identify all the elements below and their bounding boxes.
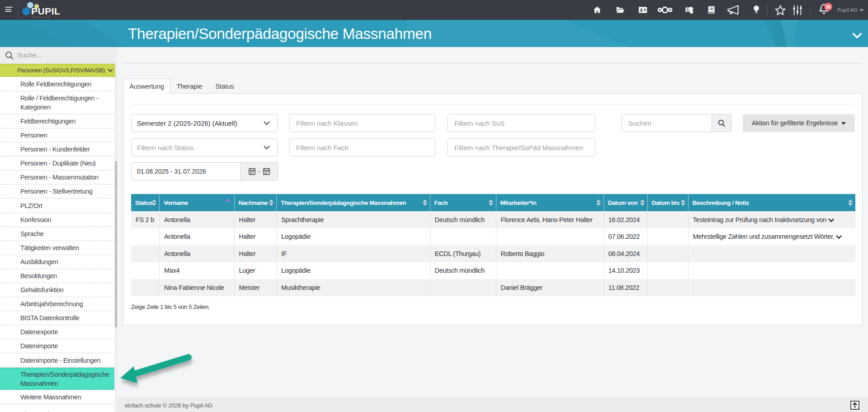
svg-text:S: S: [686, 8, 689, 12]
